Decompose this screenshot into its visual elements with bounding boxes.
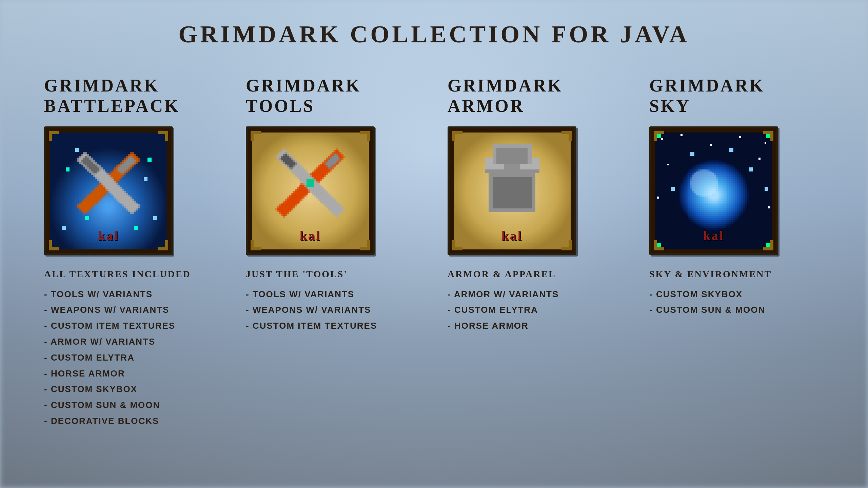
list-item: - CUSTOM SKYBOX — [649, 286, 765, 302]
list-item: - CUSTOM SKYBOX — [44, 381, 175, 397]
list-item: - CUSTOM ITEM TEXTURES — [246, 318, 377, 334]
list-item: - CUSTOM ITEM TEXTURES — [44, 318, 175, 334]
image-armor: KAL — [448, 126, 576, 255]
list-item: - WEAPONS W/ VARIANTS — [44, 302, 175, 318]
feature-list-armor: - ARMOR W/ VARIANTS- CUSTOM ELYTRA- HORS… — [448, 286, 559, 334]
title-tools: GRIMDARKTOOLS — [246, 76, 361, 116]
kal-badge-sky: KAL — [703, 228, 725, 243]
page-title: GRIMDARK COLLECTION FOR JAVA — [178, 20, 689, 48]
list-item: - CUSTOM ELYTRA — [448, 302, 559, 318]
feature-list-sky: - CUSTOM SKYBOX- CUSTOM SUN & MOON — [649, 286, 765, 318]
list-item: - TOOLS W/ VARIANTS — [44, 286, 175, 302]
list-item: - CUSTOM ELYTRA — [44, 350, 175, 366]
kal-badge-tools: KAL — [300, 228, 321, 243]
sublabel-tools: JUST THE 'TOOLS' — [246, 269, 348, 280]
image-sky: KAL — [649, 126, 778, 255]
list-item: - TOOLS W/ VARIANTS — [246, 286, 377, 302]
list-item: - ARMOR W/ VARIANTS — [44, 334, 175, 350]
image-battlepack: KAL — [44, 126, 173, 255]
list-item: - CUSTOM SUN & MOON — [44, 397, 175, 413]
kal-badge-armor: KAL — [501, 228, 523, 243]
sublabel-armor: ARMOR & APPAREL — [448, 269, 556, 280]
list-item: - DECORATIVE BLOCKS — [44, 413, 175, 429]
sublabel-battlepack: ALL TEXTURES INCLUDED — [44, 269, 191, 280]
column-armor: GRIMDARKARMORKALARMOR & APPAREL- ARMOR W… — [448, 76, 622, 334]
sublabel-sky: SKY & ENVIRONMENT — [649, 269, 772, 280]
feature-list-battlepack: - TOOLS W/ VARIANTS- WEAPONS W/ VARIANTS… — [44, 286, 175, 429]
column-tools: GRIMDARKTOOLSKALJUST THE 'TOOLS'- TOOLS … — [246, 76, 420, 334]
title-sky: GRIMDARKSKY — [649, 76, 765, 116]
column-sky: GRIMDARKSKYKALSKY & ENVIRONMENT- CUSTOM … — [649, 76, 824, 318]
feature-list-tools: - TOOLS W/ VARIANTS- WEAPONS W/ VARIANTS… — [246, 286, 377, 334]
list-item: - CUSTOM SUN & MOON — [649, 302, 765, 318]
list-item: - ARMOR W/ VARIANTS — [448, 286, 559, 302]
main-content: GRIMDARK COLLECTION FOR JAVA GRIMDARKBAT… — [0, 0, 868, 488]
kal-badge-battlepack: KAL — [98, 228, 119, 243]
title-battlepack: GRIMDARKBATTLEPACK — [44, 76, 180, 116]
list-item: - WEAPONS W/ VARIANTS — [246, 302, 377, 318]
title-armor: GRIMDARKARMOR — [448, 76, 563, 116]
list-item: - HORSE ARMOR — [448, 318, 559, 334]
image-tools: KAL — [246, 126, 375, 255]
columns-container: GRIMDARKBATTLEPACKKALALL TEXTURES INCLUD… — [44, 76, 824, 429]
list-item: - HORSE ARMOR — [44, 366, 175, 382]
column-battlepack: GRIMDARKBATTLEPACKKALALL TEXTURES INCLUD… — [44, 76, 219, 429]
